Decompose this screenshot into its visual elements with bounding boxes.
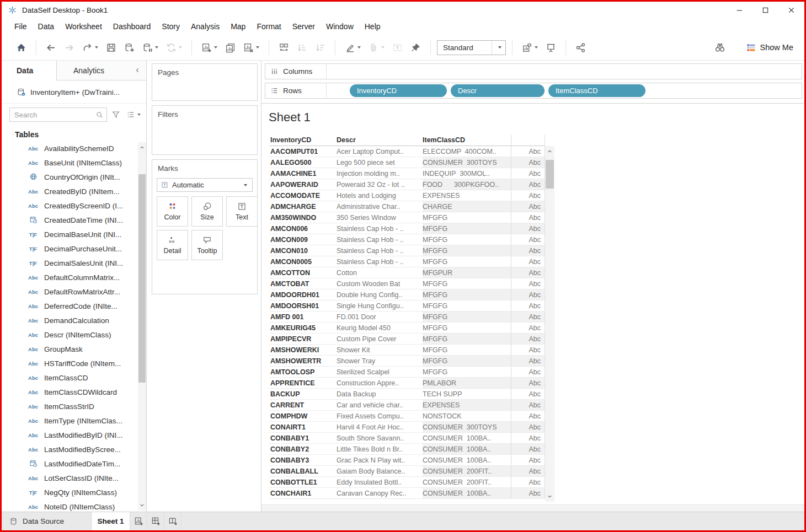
cell-type[interactable]: Abc <box>511 157 545 168</box>
column-header-descr[interactable]: Descr <box>337 135 423 146</box>
sidebar-scrollbar[interactable] <box>138 142 146 510</box>
cell-itemclasscd[interactable]: MFGFG <box>423 311 511 323</box>
menu-map[interactable]: Map <box>225 19 251 34</box>
cell-itemclasscd[interactable]: MFGFG <box>423 300 511 311</box>
cell-inventorycd[interactable]: AALEGO500 <box>269 157 337 168</box>
cell-descr[interactable]: Shower Tray <box>337 356 423 367</box>
cell-itemclasscd[interactable]: EXPENSES <box>423 190 511 201</box>
field-itemclassstrid[interactable]: AbcItemClassStrID <box>2 399 137 413</box>
cell-inventorycd[interactable]: CONBABY1 <box>269 433 337 444</box>
cell-itemclasscd[interactable]: MFGFG <box>423 234 511 245</box>
show-mark-labels-button[interactable] <box>519 40 541 55</box>
cell-itemclasscd[interactable]: CONSUMER 200FIT.. <box>423 477 511 488</box>
field-descr-initemclass[interactable]: AbcDescr (INItemClass) <box>2 327 137 342</box>
menu-story[interactable]: Story <box>156 19 185 34</box>
cell-itemclasscd[interactable]: MFGFG <box>423 245 511 256</box>
cell-descr[interactable]: Caravan Canopy Rec.. <box>337 488 423 499</box>
new-dashboard-tab-button[interactable] <box>147 512 164 530</box>
field-decimalbaseunit-ini[interactable]: T|FDecimalBaseUnit (INI... <box>2 227 137 241</box>
cell-descr[interactable]: Harvil 4 Foot Air Hoc.. <box>337 422 423 433</box>
cell-inventorycd[interactable]: CONBOTTLE1 <box>269 477 337 488</box>
field-decimalsalesunit-ini[interactable]: T|FDecimalSalesUnit (INI... <box>2 256 137 270</box>
cell-inventorycd[interactable]: AMDOORDH01 <box>269 289 337 300</box>
field-lastmodifiedbyscree[interactable]: AbcLastModifiedByScree... <box>2 442 137 456</box>
cell-descr[interactable]: Stainless Cap Hob - .. <box>337 234 423 245</box>
cell-itemclasscd[interactable]: PMLABOR <box>423 378 511 389</box>
redo-button[interactable] <box>79 40 102 55</box>
new-worksheet-tab-button[interactable] <box>130 512 147 530</box>
field-createddatetime-ini[interactable]: CreatedDateTime (INI... <box>2 213 137 227</box>
field-deferredcode-inite[interactable]: AbcDeferredCode (INIte... <box>2 299 137 313</box>
fit-mode-caret[interactable] <box>492 41 505 55</box>
cell-type[interactable]: Abc <box>511 400 545 411</box>
cell-itemclasscd[interactable]: CHARGE <box>423 201 511 212</box>
field-createdbyid-initem[interactable]: AbcCreatedByID (INItem... <box>2 184 137 198</box>
cell-descr[interactable]: Double Hung Config.. <box>337 289 423 300</box>
find-button[interactable] <box>711 40 729 55</box>
tab-analytics[interactable]: Analytics <box>57 61 129 80</box>
cell-type[interactable]: Abc <box>511 201 545 212</box>
cell-type[interactable]: Abc <box>511 323 545 334</box>
cell-itemclasscd[interactable]: CONSUMER 100BA.. <box>423 444 511 455</box>
cell-inventorycd[interactable]: CONBABY3 <box>269 455 337 466</box>
cell-descr[interactable]: Gaiam Body Balance.. <box>337 466 423 477</box>
size-button[interactable]: Size <box>191 196 223 227</box>
columns-shelf[interactable]: Columns <box>265 63 802 79</box>
menu-file[interactable]: File <box>9 19 33 34</box>
field-itemclasscd[interactable]: AbcItemClassCD <box>2 370 137 385</box>
sidebar-scroll-thumb[interactable] <box>138 174 146 383</box>
cell-itemclasscd[interactable]: CONSUMER 100BA.. <box>423 488 511 499</box>
text-button[interactable]: Text <box>226 196 258 227</box>
color-button[interactable]: Color <box>157 196 188 227</box>
cell-type[interactable]: Abc <box>511 466 545 477</box>
cell-descr[interactable]: South Shore Savann.. <box>337 433 423 444</box>
presentation-mode-button[interactable] <box>542 40 559 55</box>
cell-inventorycd[interactable]: CARRENT <box>269 400 337 411</box>
scroll-down-icon[interactable] <box>545 491 554 502</box>
pause-updates-button[interactable] <box>139 40 162 55</box>
cell-type[interactable]: Abc <box>511 345 545 356</box>
cell-type[interactable]: Abc <box>511 334 545 345</box>
field-createdbyscreenid-i[interactable]: AbcCreatedByScreenID (I... <box>2 198 137 213</box>
annotate-text-button[interactable] <box>389 40 406 55</box>
highlight-caret[interactable] <box>357 46 361 49</box>
cell-type[interactable]: Abc <box>511 488 545 499</box>
cell-itemclasscd[interactable]: TECH SUPP <box>423 389 511 400</box>
pill-inventorycd[interactable]: InventoryCD <box>350 84 447 97</box>
field-defaultrowmatrixattr[interactable]: AbcDefaultRowMatrixAttr... <box>2 284 137 299</box>
new-story-tab-button[interactable] <box>164 512 182 530</box>
cell-itemclasscd[interactable]: CONSUMER 300TOYS <box>423 157 511 168</box>
cell-descr[interactable]: Acer Laptop Comput.. <box>337 146 423 157</box>
cell-type[interactable]: Abc <box>511 300 545 311</box>
cell-inventorycd[interactable]: AMDOORSH01 <box>269 300 337 311</box>
field-baseunit-initemclass[interactable]: AbcBaseUnit (INItemClass) <box>2 155 137 170</box>
cell-itemclasscd[interactable]: MFGFG <box>423 356 511 367</box>
cell-descr[interactable]: Eddy Insulated Bottl.. <box>337 477 423 488</box>
field-availabilityschemeid[interactable]: AbcAvailabilitySchemeID <box>2 141 137 155</box>
field-decimalpurchaseunit[interactable]: T|FDecimalPurchaseUnit... <box>2 241 137 256</box>
filters-shelf[interactable]: Filters <box>152 105 258 155</box>
menu-analysis[interactable]: Analysis <box>185 19 225 34</box>
cell-descr[interactable]: Grac Pack N Play wit.. <box>337 455 423 466</box>
cell-itemclasscd[interactable]: CONSUMER 200FIT.. <box>423 466 511 477</box>
refresh-button[interactable] <box>163 40 185 55</box>
cell-descr[interactable]: Sterilized Scalpel <box>337 367 423 378</box>
minimize-button[interactable] <box>727 2 752 18</box>
field-countryoforigin-init[interactable]: CountryOfOrigin (INIt... <box>2 170 137 184</box>
cell-type[interactable]: Abc <box>511 179 545 190</box>
show-me-button[interactable]: Show Me <box>746 43 793 52</box>
cell-type[interactable]: Abc <box>511 411 545 422</box>
maximize-button[interactable] <box>752 2 778 18</box>
field-noteid-initemclass[interactable]: AbcNoteID (INItemClass) <box>2 499 137 512</box>
field-itemtype-initemclas[interactable]: AbcItemType (INItemClas... <box>2 413 137 428</box>
cell-type[interactable]: Abc <box>511 311 545 323</box>
cell-descr[interactable]: Poweraid 32 Oz - lot .. <box>337 179 423 190</box>
cell-descr[interactable]: Little Tikes Bold n Br.. <box>337 444 423 455</box>
table-scroll-thumb[interactable] <box>546 160 554 189</box>
highlight-button[interactable] <box>341 40 364 55</box>
cell-itemclasscd[interactable]: FOOD 300PKGFOO.. <box>423 179 511 190</box>
cell-descr[interactable]: Administrative Char.. <box>337 201 423 212</box>
close-button[interactable] <box>778 2 804 18</box>
search-input[interactable] <box>10 110 95 120</box>
show-mark-labels-caret[interactable] <box>535 46 538 49</box>
